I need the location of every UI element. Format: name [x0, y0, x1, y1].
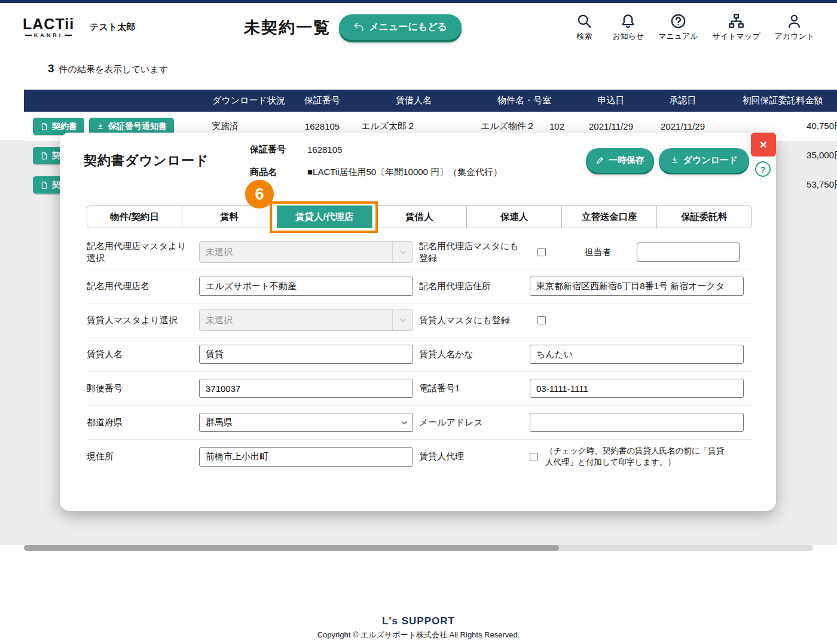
logo-main-text: LACTii [23, 17, 74, 32]
phone-input[interactable] [530, 379, 744, 398]
footer-logo: L's SUPPORT [0, 615, 837, 627]
tab-remittance-account[interactable]: 立替送金口座 [561, 206, 657, 228]
postal-label: 郵便番号 [87, 382, 199, 394]
nav-sitemap-label: サイトマップ [713, 31, 760, 42]
form-row-landlord-name: 賃貸人名 賃貸人名かな [87, 338, 752, 372]
landlord-proxy-label: 賃貸人代理 [419, 450, 530, 462]
landlord-proxy-note: （チェック時、契約書の賃貸人氏名の前に「賃貸人代理」と付加して印字します。） [545, 446, 728, 468]
results-count: 3 [48, 62, 54, 75]
table-header-guarantee-no: 保証番号 [291, 90, 354, 112]
chevron-down-icon [392, 310, 413, 330]
agency-register-label: 記名用代理店マスタにも登録 [419, 240, 521, 265]
help-icon[interactable]: ? [755, 161, 771, 177]
nav-search[interactable]: 検索 [570, 13, 598, 42]
results-summary: 3 件の結果を表示しています [48, 62, 168, 75]
temp-save-button[interactable]: 一時保存 [586, 148, 654, 173]
nav-search-label: 検索 [576, 31, 592, 42]
logo-sub-text: KANRI [25, 33, 72, 38]
product-label: 商品名 [250, 167, 307, 178]
search-icon [576, 13, 592, 29]
back-to-menu-button[interactable]: メニューにもどる [339, 14, 462, 40]
file-icon [40, 152, 48, 160]
download-icon [670, 156, 679, 165]
current-address-input[interactable] [199, 447, 413, 467]
landlord-master-select: 未選択 [199, 309, 413, 331]
file-icon [40, 122, 48, 131]
landlord-name-input[interactable] [199, 345, 413, 364]
landlord-proxy-checkbox[interactable] [530, 453, 538, 461]
landlord-master-label: 賃貸人マスタより選択 [87, 314, 199, 326]
landlord-name-label: 賃貸人名 [87, 348, 199, 360]
table-header-status: ダウンロード状況 [207, 90, 291, 112]
file-icon [40, 181, 48, 189]
table-header-row: ダウンロード状況 保証番号 賃借人名 物件名・号室 申込日 承認日 初回保証委託… [24, 90, 837, 112]
nav-sitemap[interactable]: サイトマップ [713, 13, 760, 42]
prefecture-select[interactable]: 群馬県 [199, 413, 413, 432]
nav-notifications-label: お知らせ [612, 31, 644, 42]
table-header-property: 物件名・号室 [474, 90, 575, 112]
guarantee-no-value: 1628105 [307, 145, 342, 155]
footer-copyright: Copyright © エルズサポート株式会社 All Rights Reser… [0, 630, 837, 640]
reply-arrow-icon [353, 22, 364, 33]
chevron-down-icon [396, 413, 413, 431]
agency-address-input[interactable] [530, 277, 744, 296]
tab-property-contract-date[interactable]: 物件/契約日 [87, 206, 182, 228]
landlord-kana-label: 賃貸人名かな [419, 348, 530, 360]
top-accent-bar [0, 0, 837, 3]
tab-rent[interactable]: 賃料 [182, 206, 277, 228]
prefecture-label: 都道府県 [87, 416, 199, 428]
product-value: ■LACTii居住用50〔年間10000 円〕（集金代行） [307, 167, 502, 178]
tab-guarantee-fee[interactable]: 保証委託料 [656, 206, 752, 228]
app-logo[interactable]: LACTii KANRI [23, 17, 74, 38]
guarantee-no-label: 保証番号 [250, 144, 307, 155]
staff-label: 担当者 [584, 246, 619, 258]
table-header-apply-date: 申込日 [575, 90, 647, 112]
nav-manual[interactable]: マニュアル [658, 13, 698, 42]
contract-download-modal: × ? 契約書ダウンロード 保証番号 1628105 商品名 ■LACTii居住… [60, 133, 776, 511]
nav-notifications[interactable]: お知らせ [612, 13, 644, 42]
agency-address-label: 記名用代理店住所 [419, 280, 530, 292]
email-label: メールアドレス [419, 416, 530, 428]
current-address-label: 現住所 [87, 450, 199, 462]
phone-label: 電話番号1 [419, 382, 530, 394]
form-row-landlord-master: 賃貸人マスタより選択 未選択 賃貸人マスタにも登録 [87, 303, 752, 338]
back-to-menu-label: メニューにもどる [369, 21, 447, 33]
table-header-actions [24, 90, 207, 112]
app-header: LACTii KANRI テスト太郎 未契約一覧 メニューにもどる 検索 お知ら… [0, 3, 837, 51]
results-text: 件の結果を表示しています [59, 64, 168, 75]
modal-title: 契約書ダウンロード [84, 152, 209, 170]
edit-icon [595, 156, 604, 165]
current-user-name: テスト太郎 [90, 22, 135, 33]
form-row-address-proxy: 現住所 賃貸人代理 （チェック時、契約書の賃貸人氏名の前に「賃貸人代理」と付加し… [87, 440, 752, 474]
nav-manual-label: マニュアル [658, 31, 698, 42]
landlord-kana-input[interactable] [530, 345, 744, 364]
form-row-prefecture-email: 都道府県 群馬県 メールアドレス [87, 406, 752, 440]
table-header-tenant: 賃借人名 [354, 90, 474, 112]
horizontal-scrollbar-thumb[interactable] [24, 545, 559, 551]
nav-account[interactable]: アカウント [774, 13, 814, 42]
close-icon[interactable]: × [751, 133, 776, 157]
header-icon-nav: 検索 お知らせ マニュアル サイトマップ アカウント [570, 13, 814, 42]
form-row-postal-phone: 郵便番号 電話番号1 [87, 372, 752, 406]
tab-tenant[interactable]: 賃借人 [372, 206, 468, 228]
agency-master-label: 記名用代理店マスタより選択 [87, 240, 199, 265]
page-footer: L's SUPPORT Copyright © エルズサポート株式会社 All … [0, 615, 837, 640]
tab-landlord-agency[interactable]: 賃貸人/代理店 [277, 206, 372, 228]
chevron-down-icon [392, 242, 413, 262]
tab-guarantor[interactable]: 保連人 [466, 206, 562, 228]
landlord-register-checkbox[interactable] [537, 316, 546, 324]
table-header-approval-date: 承認日 [647, 90, 719, 112]
agency-name-input[interactable] [199, 277, 413, 296]
email-input[interactable] [530, 413, 744, 432]
table-header-fee: 初回保証委託料金額 [719, 90, 837, 112]
staff-input[interactable] [637, 243, 740, 262]
landlord-agency-form: 記名用代理店マスタより選択 未選択 記名用代理店マスタにも登録 担当者 記名用代… [87, 235, 752, 474]
download-button[interactable]: ダウンロード [659, 148, 749, 173]
agency-register-checkbox[interactable] [537, 248, 546, 256]
download-icon [96, 122, 105, 131]
postal-input[interactable] [199, 379, 413, 398]
agency-master-select: 未選択 [199, 241, 413, 263]
horizontal-scrollbar[interactable] [24, 545, 813, 551]
question-icon [670, 13, 686, 29]
person-icon [786, 13, 802, 29]
